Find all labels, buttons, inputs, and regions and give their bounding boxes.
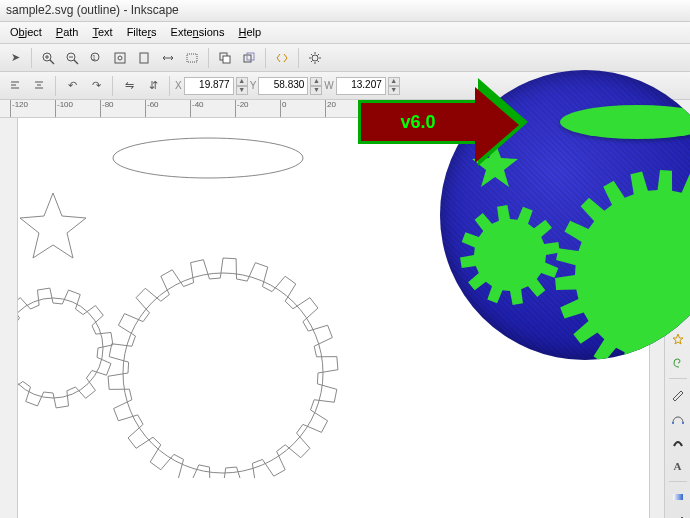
printed-small-gear xyxy=(455,200,565,310)
printed-ellipse xyxy=(560,105,690,139)
gradient-tool-icon[interactable] xyxy=(667,486,689,508)
printed-big-gear xyxy=(550,165,690,360)
svg-rect-15 xyxy=(223,56,230,63)
zoom-in-icon[interactable] xyxy=(37,47,59,69)
menubar: Object Path Text Filters Extensions Help xyxy=(0,22,690,44)
xml-editor-icon[interactable] xyxy=(271,47,293,69)
clone-icon[interactable] xyxy=(238,47,260,69)
separator xyxy=(208,48,209,68)
svg-rect-11 xyxy=(140,53,148,63)
svg-text:1: 1 xyxy=(92,54,96,61)
duplicate-icon[interactable] xyxy=(214,47,236,69)
svg-rect-9 xyxy=(115,53,125,63)
x-stepper[interactable]: ▲▼ xyxy=(236,77,248,95)
window-titlebar: sample2.svg (outline) - Inkscape xyxy=(0,0,690,22)
bezier-tool-icon[interactable] xyxy=(667,407,689,429)
y-input[interactable]: 58.830 xyxy=(258,77,308,95)
rotate-ccw-icon[interactable]: ↶ xyxy=(61,75,83,97)
calligraphy-tool-icon[interactable] xyxy=(667,431,689,453)
w-stepper[interactable]: ▲▼ xyxy=(388,77,400,95)
separator xyxy=(31,48,32,68)
separator xyxy=(55,76,56,96)
spiral-tool-icon[interactable] xyxy=(667,352,689,374)
svg-rect-13 xyxy=(187,54,197,62)
separator xyxy=(112,76,113,96)
svg-point-18 xyxy=(312,55,318,61)
dropper-tool-icon[interactable] xyxy=(667,510,689,518)
version-label: v6.0 xyxy=(400,112,435,133)
menu-path[interactable]: Path xyxy=(50,24,85,41)
x-coord-field: X 19.877 ▲▼ xyxy=(175,77,248,95)
flip-h-icon[interactable]: ⇋ xyxy=(118,75,140,97)
w-label: W xyxy=(324,80,333,91)
pencil-tool-icon[interactable] xyxy=(667,383,689,405)
svg-point-10 xyxy=(118,56,122,60)
zoom-out-icon[interactable] xyxy=(61,47,83,69)
w-coord-field: W 13.207 ▲▼ xyxy=(324,77,399,95)
flip-v-icon[interactable]: ⇵ xyxy=(142,75,164,97)
x-input[interactable]: 19.877 xyxy=(184,77,234,95)
x-label: X xyxy=(175,80,182,91)
separator xyxy=(669,481,687,482)
version-arrow: v6.0 xyxy=(358,100,478,144)
svg-point-38 xyxy=(682,422,684,424)
window-title: sample2.svg (outline) - Inkscape xyxy=(6,3,179,17)
menu-object[interactable]: Object xyxy=(4,24,48,41)
separator xyxy=(265,48,266,68)
separator xyxy=(669,378,687,379)
separator xyxy=(298,48,299,68)
toolbar-main: ➤ 1 xyxy=(0,44,690,72)
text-tool-icon[interactable]: A xyxy=(667,455,689,477)
rotate-cw-icon[interactable]: ↷ xyxy=(85,75,107,97)
ruler-vertical xyxy=(0,118,18,518)
y-stepper[interactable]: ▲▼ xyxy=(310,77,322,95)
zoom-1to1-icon[interactable]: 1 xyxy=(85,47,107,69)
menu-text[interactable]: Text xyxy=(86,24,118,41)
align2-icon[interactable] xyxy=(28,75,50,97)
separator xyxy=(169,76,170,96)
y-coord-field: Y 58.830 ▲▼ xyxy=(250,77,323,95)
menu-extensions[interactable]: Extensions xyxy=(165,24,231,41)
svg-line-1 xyxy=(50,60,54,64)
y-label: Y xyxy=(250,80,257,91)
menu-filters[interactable]: Filters xyxy=(121,24,163,41)
zoom-page-icon[interactable] xyxy=(133,47,155,69)
svg-point-37 xyxy=(672,422,674,424)
menu-help[interactable]: Help xyxy=(232,24,267,41)
gear-teeth xyxy=(18,118,358,478)
align-left-icon[interactable] xyxy=(4,75,26,97)
svg-line-5 xyxy=(74,60,78,64)
zoom-fit-icon[interactable] xyxy=(109,47,131,69)
preferences-icon[interactable] xyxy=(304,47,326,69)
w-input[interactable]: 13.207 xyxy=(336,77,386,95)
zoom-width-icon[interactable] xyxy=(157,47,179,69)
svg-rect-39 xyxy=(673,494,683,500)
pointer-icon[interactable]: ➤ xyxy=(4,47,26,69)
zoom-drawing-icon[interactable] xyxy=(181,47,203,69)
